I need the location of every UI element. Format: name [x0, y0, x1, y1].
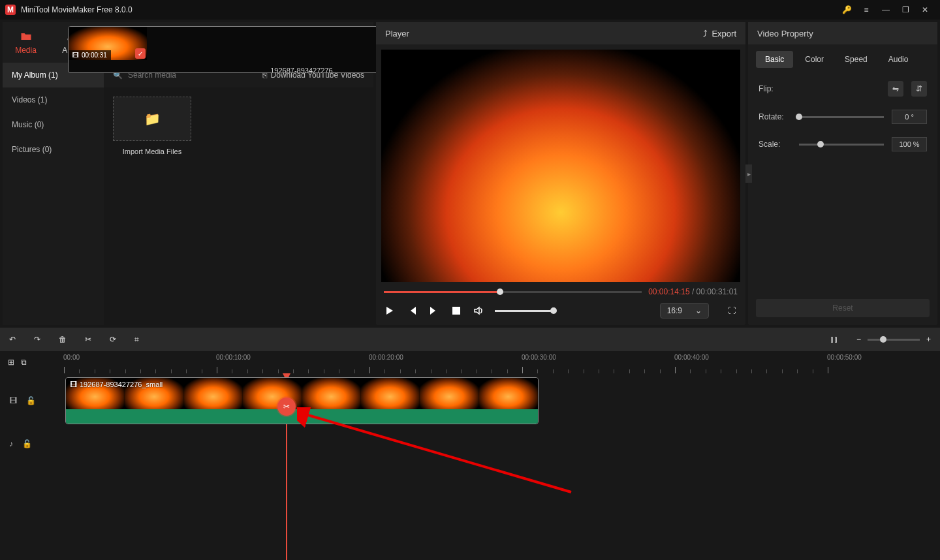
track-options-button[interactable]: ⧉ [21, 358, 27, 367]
delete-button[interactable]: 🗑 [59, 335, 67, 344]
close-button[interactable]: ✕ [915, 0, 935, 20]
zoom-in-button[interactable]: + [926, 335, 931, 344]
prop-tab-speed[interactable]: Speed [836, 51, 877, 68]
zoom-slider[interactable] [868, 339, 920, 341]
fullscreen-button[interactable]: ⛶ [726, 305, 738, 317]
stop-button[interactable] [450, 305, 462, 317]
zoom-out-button[interactable]: − [856, 335, 861, 344]
speed-button[interactable]: ⟳ [110, 335, 116, 344]
volume-slider[interactable] [495, 310, 554, 312]
video-track-icon: 🎞 [9, 396, 17, 405]
split-button[interactable]: ✂ [85, 335, 91, 344]
flip-horizontal-button[interactable]: ⇋ [888, 81, 903, 97]
ruler-label: 00:00 [63, 354, 80, 361]
svg-rect-7 [452, 307, 460, 315]
maximize-button[interactable]: ❐ [896, 0, 915, 20]
timeline-clip[interactable]: 🎞192687-893427276_small [65, 377, 539, 424]
scale-value[interactable]: 100 % [892, 137, 927, 151]
undo-button[interactable]: ↶ [9, 335, 16, 344]
tab-label: Media [15, 46, 37, 55]
prev-frame-button[interactable] [406, 305, 418, 317]
prop-tab-audio[interactable]: Audio [879, 51, 918, 68]
split-marker-icon[interactable]: ✂ [277, 397, 296, 416]
ruler-label: 00:00:40:00 [674, 354, 709, 361]
film-icon: 🎞 [72, 52, 79, 59]
play-button[interactable] [384, 305, 396, 317]
check-icon: ✓ [135, 48, 146, 59]
ruler-label: 00:00:30:00 [522, 354, 556, 361]
ruler-label: 00:00:20:00 [369, 354, 403, 361]
reset-button: Reset [756, 299, 930, 317]
redo-button[interactable]: ↷ [34, 335, 40, 344]
seek-bar[interactable] [384, 290, 642, 294]
sidebar-item-videos[interactable]: Videos (1) [3, 87, 104, 112]
next-frame-button[interactable] [428, 305, 440, 317]
export-button[interactable]: ⤴ Export [703, 29, 736, 39]
sidebar-item-pictures[interactable]: Pictures (0) [3, 137, 104, 162]
flip-vertical-button[interactable]: ⇵ [911, 81, 927, 97]
scale-slider[interactable] [799, 144, 884, 146]
prop-tab-basic[interactable]: Basic [756, 51, 793, 68]
import-media-card[interactable]: 📁 Import Media Files [113, 97, 191, 155]
scale-label: Scale: [759, 140, 791, 149]
menu-icon[interactable]: ≡ [856, 0, 876, 20]
film-icon: 🎞 [70, 381, 77, 388]
prop-tab-color[interactable]: Color [796, 51, 833, 68]
panel-collapse-handle[interactable]: ▸ [745, 164, 752, 183]
app-logo: M [5, 5, 16, 15]
add-track-button[interactable]: ⊞ [8, 358, 14, 367]
time-ruler[interactable]: 00:0000:00:10:0000:00:20:0000:00:30:0000… [59, 351, 940, 373]
minimize-button[interactable]: — [876, 0, 896, 20]
property-title: Video Property [757, 29, 813, 39]
crop-button[interactable]: ⌗ [134, 335, 139, 344]
player-title: Player [385, 29, 409, 39]
fit-button[interactable]: ⫿⫿ [830, 335, 838, 344]
volume-icon[interactable] [473, 305, 484, 317]
rotate-value[interactable]: 0 ° [892, 110, 927, 124]
flip-label: Flip: [759, 84, 791, 93]
app-title: MiniTool MovieMaker Free 8.0.0 [21, 5, 133, 14]
folder-icon: 📁 [144, 111, 161, 127]
audio-track-icon: ♪ [9, 439, 13, 448]
lock-icon[interactable]: 🔓 [22, 439, 32, 448]
aspect-ratio-select[interactable]: 16:9 ⌄ [660, 303, 709, 319]
video-preview[interactable] [381, 50, 740, 282]
tab-media[interactable]: Media [3, 22, 49, 63]
time-display: 00:00:14:15 / 00:00:31:01 [648, 287, 738, 296]
ruler-label: 00:00:10:00 [216, 354, 251, 361]
rotate-slider[interactable] [799, 116, 884, 118]
export-icon: ⤴ [703, 29, 708, 39]
folder-icon [20, 30, 33, 43]
media-sidebar: My Album (1) Videos (1) Music (0) Pictur… [3, 63, 104, 325]
ruler-label: 00:00:50:00 [827, 354, 862, 361]
lock-icon[interactable]: 🔓 [26, 396, 36, 405]
license-key-icon[interactable]: 🔑 [837, 0, 856, 20]
sidebar-item-music[interactable]: Music (0) [3, 112, 104, 137]
chevron-down-icon: ⌄ [695, 306, 702, 315]
rotate-label: Rotate: [759, 112, 791, 121]
